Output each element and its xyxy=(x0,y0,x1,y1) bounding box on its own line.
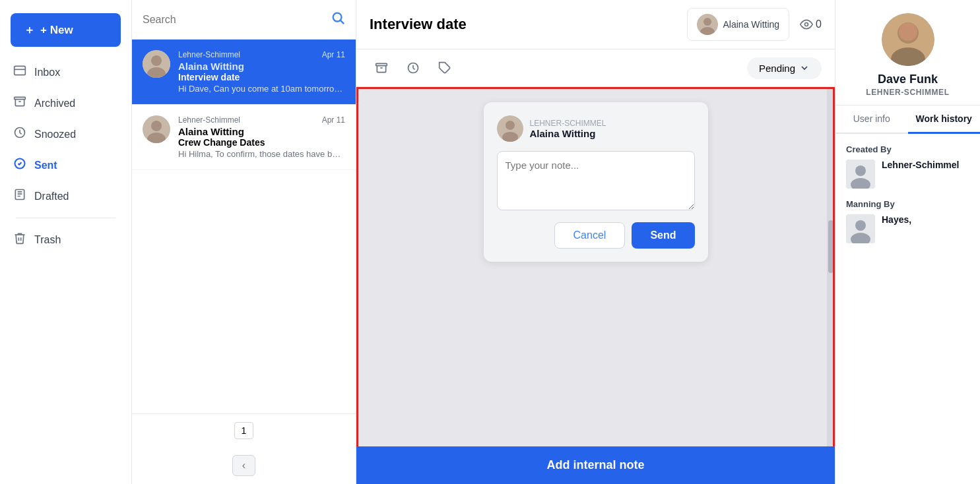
svg-line-6 xyxy=(341,20,344,24)
sidebar-item-archived[interactable]: Archived xyxy=(5,88,126,118)
sidebar: ＋ + New Inbox Archived Snoozed Sent xyxy=(0,0,132,484)
svg-point-27 xyxy=(899,22,917,41)
tab-user-info[interactable]: User info xyxy=(835,106,908,134)
note-card: LEHNER-SCHIMMEL Alaina Witting Cancel Se… xyxy=(484,102,708,262)
note-actions: Cancel Send xyxy=(497,222,695,249)
message-company-2: Lehner-Schimmel xyxy=(178,115,240,125)
viewer-name: Alaina Witting xyxy=(723,19,780,30)
sidebar-item-inbox[interactable]: Inbox xyxy=(5,57,126,87)
contact-company: LEHNER-SCHIMMEL xyxy=(866,88,949,97)
tag-toolbar-button[interactable] xyxy=(433,56,457,80)
drafted-icon xyxy=(13,188,26,204)
page-1-button[interactable]: 1 xyxy=(234,422,254,439)
pagination: 1 xyxy=(132,413,356,447)
trash-label: Trash xyxy=(34,234,61,246)
contact-header: Dave Funk LEHNER-SCHIMMEL xyxy=(835,0,980,106)
tab-user-info-label: User info xyxy=(853,113,890,124)
tab-work-history-label: Work history xyxy=(916,113,972,124)
created-by-name: Lehner-Schimmel xyxy=(882,160,959,170)
svg-point-8 xyxy=(151,55,162,66)
search-icon[interactable] xyxy=(331,11,345,28)
message-item-1[interactable]: Lehner-Schimmel Apr 11 Alaina Witting In… xyxy=(132,40,356,105)
status-button[interactable]: Pending xyxy=(747,57,822,79)
message-list-panel: Lehner-Schimmel Apr 11 Alaina Witting In… xyxy=(132,0,356,484)
note-textarea[interactable] xyxy=(497,151,695,210)
avatar-2 xyxy=(143,115,170,143)
svg-point-29 xyxy=(855,166,866,176)
manning-by-name: Hayes, xyxy=(882,214,911,225)
inbox-label: Inbox xyxy=(34,67,60,78)
message-date-2: Apr 11 xyxy=(322,115,345,125)
sent-label: Sent xyxy=(34,160,57,171)
created-by-entry: Lehner-Schimmel xyxy=(846,160,969,189)
archived-icon xyxy=(13,95,26,111)
cancel-button[interactable]: Cancel xyxy=(554,222,626,249)
message-content-1: Lehner-Schimmel Apr 11 Alaina Witting In… xyxy=(178,50,345,94)
svg-point-32 xyxy=(855,220,866,231)
right-panel: Dave Funk LEHNER-SCHIMMEL User info Work… xyxy=(835,0,980,484)
email-title: Interview date xyxy=(370,16,676,33)
email-body-area: LEHNER-SCHIMMEL Alaina Witting Cancel Se… xyxy=(356,87,835,484)
created-by-label: Created By xyxy=(846,144,969,154)
svg-point-11 xyxy=(151,121,162,131)
sidebar-item-sent[interactable]: Sent xyxy=(5,150,126,180)
message-subject-2: Crew Change Dates xyxy=(178,137,345,148)
svg-rect-1 xyxy=(15,97,26,99)
clock-toolbar-button[interactable] xyxy=(401,56,425,80)
avatar-1 xyxy=(143,50,170,78)
manning-by-entry: Hayes, xyxy=(846,214,969,243)
message-date-1: Apr 11 xyxy=(322,50,345,59)
contact-avatar xyxy=(882,13,934,66)
main-content: Interview date Alaina Witting 0 Pending xyxy=(356,0,835,484)
archive-toolbar-button[interactable] xyxy=(370,56,393,80)
note-sender: Alaina Witting xyxy=(530,128,606,139)
note-company: LEHNER-SCHIMMEL xyxy=(530,119,606,128)
message-sender-1: Alaina Witting xyxy=(178,61,345,72)
email-toolbar: Pending xyxy=(356,49,835,87)
sidebar-item-trash[interactable]: Trash xyxy=(5,225,126,255)
new-button[interactable]: ＋ + New xyxy=(11,13,121,47)
sidebar-item-snoozed[interactable]: Snoozed xyxy=(5,119,126,149)
message-content-2: Lehner-Schimmel Apr 11 Alaina Witting Cr… xyxy=(178,115,345,159)
email-header: Interview date Alaina Witting 0 xyxy=(356,0,835,49)
note-card-header: LEHNER-SCHIMMEL Alaina Witting xyxy=(497,115,695,142)
message-item-2[interactable]: Lehner-Schimmel Apr 11 Alaina Witting Cr… xyxy=(132,105,356,170)
note-sender-info: LEHNER-SCHIMMEL Alaina Witting xyxy=(530,119,606,139)
internal-note-overlay: LEHNER-SCHIMMEL Alaina Witting Cancel Se… xyxy=(356,87,835,484)
message-sender-2: Alaina Witting xyxy=(178,126,345,137)
sent-icon xyxy=(13,157,26,173)
new-button-label: + New xyxy=(40,24,73,37)
drafted-label: Drafted xyxy=(34,191,69,202)
viewer-avatar xyxy=(697,14,718,35)
archived-label: Archived xyxy=(34,98,75,109)
tab-work-history[interactable]: Work history xyxy=(908,106,981,134)
viewer-info: Alaina Witting xyxy=(687,8,790,41)
snoozed-label: Snoozed xyxy=(34,129,76,140)
created-by-avatar xyxy=(846,160,875,189)
svg-point-5 xyxy=(333,13,342,22)
message-preview-2: Hi Hilma, To confirm, those dates have b… xyxy=(178,149,345,159)
search-bar xyxy=(132,0,356,40)
right-tabs: User info Work history xyxy=(835,106,980,134)
collapse-button[interactable]: ‹ xyxy=(232,455,255,476)
plus-icon: ＋ xyxy=(24,22,35,38)
svg-point-16 xyxy=(805,23,808,26)
svg-point-21 xyxy=(506,121,515,130)
sidebar-nav: Inbox Archived Snoozed Sent Drafted xyxy=(0,57,131,255)
status-label: Pending xyxy=(759,63,795,74)
manning-by-avatar xyxy=(846,214,875,243)
note-avatar xyxy=(497,115,523,142)
trash-icon xyxy=(13,231,26,248)
add-internal-note-button[interactable]: Add internal note xyxy=(356,446,835,484)
sidebar-item-drafted[interactable]: Drafted xyxy=(5,181,126,211)
contact-name: Dave Funk xyxy=(878,73,938,86)
inbox-icon xyxy=(13,64,26,80)
svg-rect-0 xyxy=(15,66,26,75)
sidebar-divider xyxy=(16,218,115,218)
svg-rect-17 xyxy=(376,63,387,65)
search-input[interactable] xyxy=(143,14,325,26)
send-button[interactable]: Send xyxy=(632,222,694,249)
message-subject-1: Interview date xyxy=(178,72,345,82)
view-count-number: 0 xyxy=(816,18,822,30)
message-preview-1: Hi Dave, Can you come at 10am tomorrow f… xyxy=(178,84,345,94)
